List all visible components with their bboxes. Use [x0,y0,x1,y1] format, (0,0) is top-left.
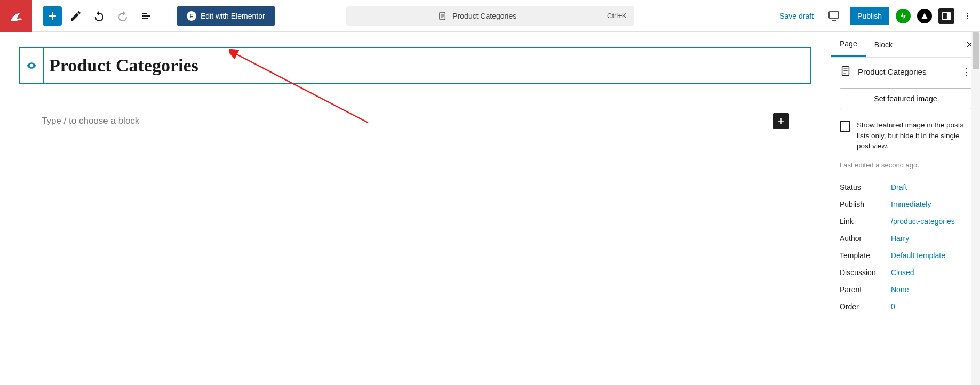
page-icon [437,11,447,21]
plus-icon [776,116,786,126]
undo-button[interactable] [90,6,109,26]
panel-options-button[interactable]: ⋮ [962,66,971,78]
settings-sidebar-toggle[interactable] [938,8,954,24]
meta-value-template[interactable]: Default template [891,251,945,260]
site-logo[interactable] [0,0,32,32]
meta-label: Link [840,217,891,226]
svg-rect-3 [947,12,951,19]
meta-value-parent[interactable]: None [891,285,909,294]
command-bar[interactable]: Product Categories Ctrl+K [346,6,634,26]
svg-rect-1 [829,12,839,18]
more-options-button[interactable]: ⋮ [961,12,974,20]
meta-value-publish[interactable]: Immediately [891,200,931,208]
sidebar-panel-title: Product Categories [858,67,955,76]
meta-value-status[interactable]: Draft [891,183,907,191]
preview-button[interactable] [824,6,843,26]
page-icon [840,65,851,78]
elementor-label: Edit with Elementor [201,12,265,20]
meta-label: Order [840,302,891,311]
meta-order: Order 0 [840,298,971,315]
scrollbar-track [971,32,980,385]
meta-value-link[interactable]: /product-categories [891,217,955,226]
featured-image-checkbox[interactable] [840,121,850,132]
meta-status: Status Draft [840,179,971,196]
dragon-icon [6,6,26,26]
add-block-toggle[interactable] [43,6,62,26]
post-title-input[interactable] [44,48,810,83]
list-icon [140,10,153,22]
top-toolbar: E Edit with Elementor Product Categories… [0,0,980,32]
meta-author: Author Harry [840,230,971,247]
meta-label: Status [840,183,891,191]
main-area: Type / to choose a block Page Block ✕ [0,32,980,385]
tab-block[interactable]: Block [866,33,901,57]
empty-block-row: Type / to choose a block [19,113,811,129]
last-edited-text: Last edited a second ago. [831,159,980,175]
meta-template: Template Default template [840,247,971,264]
meta-label: Parent [840,285,891,294]
undo-icon [93,10,106,22]
set-featured-image-button[interactable]: Set featured image [840,88,971,109]
elementor-icon: E [187,11,196,21]
jetpack-icon[interactable] [896,9,911,23]
meta-value-discussion[interactable]: Closed [891,268,914,277]
redo-icon [116,10,129,22]
sidebar-panel-header: Product Categories ⋮ [831,58,980,86]
save-draft-link[interactable]: Save draft [779,12,814,20]
meta-label: Author [840,234,891,243]
yoast-icon[interactable] [917,9,932,23]
command-bar-title: Product Categories [452,12,516,20]
meta-parent: Parent None [840,281,971,298]
desktop-icon [827,10,840,22]
publish-button[interactable]: Publish [850,7,889,25]
edit-mode-button[interactable] [66,6,85,26]
eye-icon [26,60,37,71]
meta-link: Link /product-categories [840,213,971,230]
pencil-icon [69,10,82,22]
featured-image-checkbox-row: Show featured image in the posts lists o… [831,117,980,159]
page-meta-list: Status Draft Publish Immediately Link /p… [831,175,980,318]
sidebar-icon [941,11,952,21]
command-bar-shortcut: Ctrl+K [607,12,626,20]
meta-label: Publish [840,200,891,208]
meta-label: Discussion [840,268,891,277]
meta-value-author[interactable]: Harry [891,234,909,243]
settings-sidebar: Page Block ✕ Product Categories ⋮ Set fe… [831,32,980,385]
meta-discussion: Discussion Closed [840,264,971,281]
document-overview-button[interactable] [137,6,156,26]
block-placeholder-text[interactable]: Type / to choose a block [42,116,773,126]
add-block-button[interactable] [773,113,789,129]
right-toolbar: Save draft Publish ⋮ [779,6,980,26]
sidebar-tabs: Page Block ✕ [831,32,980,58]
edit-with-elementor-button[interactable]: E Edit with Elementor [177,6,275,26]
title-block [19,47,811,84]
redo-button[interactable] [113,6,132,26]
editor-canvas: Type / to choose a block [0,32,831,385]
meta-label: Template [840,251,891,260]
featured-image-checkbox-label: Show featured image in the posts lists o… [857,120,971,151]
title-visibility-icon-wrap[interactable] [20,48,44,83]
tab-page[interactable]: Page [831,32,866,57]
plus-icon [46,10,59,22]
meta-publish: Publish Immediately [840,196,971,213]
meta-value-order[interactable]: 0 [891,302,895,311]
scrollbar-thumb[interactable] [973,32,979,69]
